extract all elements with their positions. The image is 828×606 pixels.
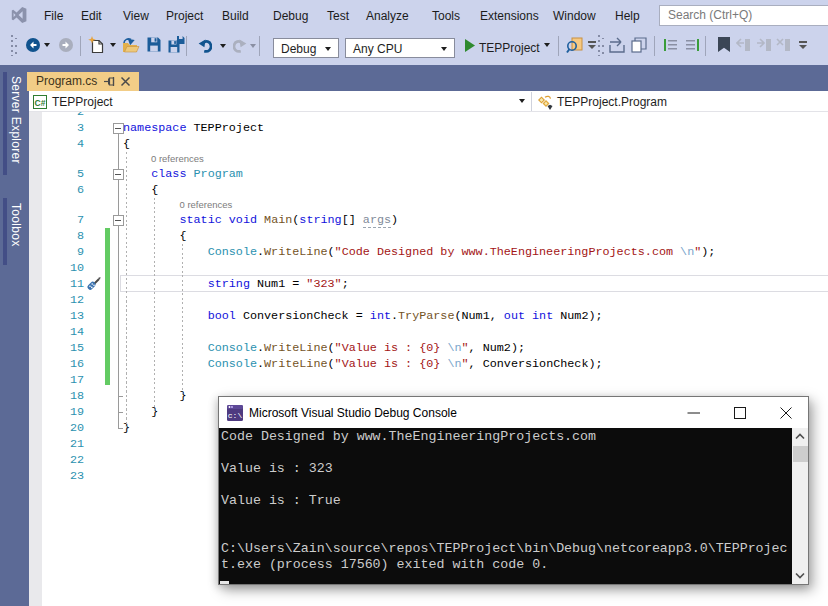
svg-text:c:\: c:\: [228, 411, 243, 420]
svg-text:C#: C#: [35, 98, 46, 108]
